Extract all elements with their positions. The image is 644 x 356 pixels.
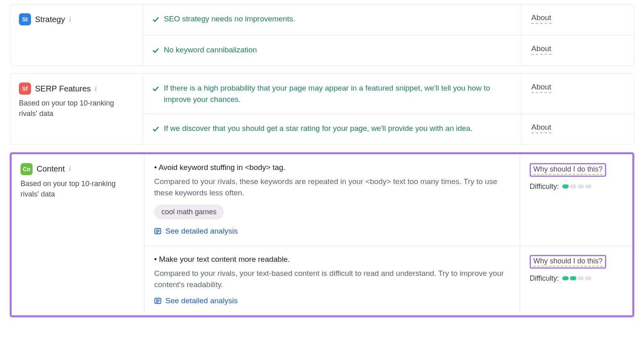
section-title-content: Content <box>37 164 65 174</box>
section-left-serp: Sf SERP Features i Based on your top 10-… <box>10 74 143 145</box>
analysis-icon <box>154 297 161 304</box>
section-title-serp: SERP Features <box>35 84 91 93</box>
section-serp: Sf SERP Features i Based on your top 10-… <box>10 73 634 145</box>
check-text: SEO strategy needs no improvements. <box>164 13 295 25</box>
info-icon[interactable]: i <box>69 15 71 24</box>
row-content-1: • Make your text content more readable. … <box>144 246 632 315</box>
section-title-strategy: Strategy <box>35 15 65 24</box>
check-text: If there is a high probability that your… <box>164 83 512 105</box>
bullet-title: • Avoid keyword stuffing in <body> tag. <box>154 163 510 172</box>
check-icon <box>153 15 159 26</box>
about-link[interactable]: About <box>531 123 551 133</box>
see-detailed-analysis-link[interactable]: See detailed analysis <box>154 227 238 236</box>
badge-content: Co <box>21 163 33 175</box>
section-subtitle-serp: Based on your top 10-ranking rivals' dat… <box>19 98 134 119</box>
difficulty-bar <box>562 276 592 280</box>
row-strategy-1: No keyword cannibalization About <box>143 35 634 66</box>
keyword-tag[interactable]: cool math games <box>154 205 224 219</box>
row-strategy-0: SEO strategy needs no improvements. Abou… <box>143 4 634 35</box>
check-text: No keyword cannibalization <box>164 44 257 56</box>
info-icon[interactable]: i <box>69 165 71 173</box>
about-link[interactable]: About <box>531 13 551 24</box>
badge-serp: Sf <box>19 83 31 95</box>
difficulty-label: Difficulty: <box>530 182 559 191</box>
row-desc: Compared to your rivals, your text-based… <box>154 268 510 291</box>
check-icon <box>153 46 159 57</box>
row-desc: Compared to your rivals, these keywords … <box>154 176 510 199</box>
check-text: If we discover that you should get a sta… <box>164 123 473 134</box>
badge-strategy: St <box>19 13 31 25</box>
bullet-title: • Make your text content more readable. <box>154 255 510 264</box>
why-should-i-do-this-link[interactable]: Why should I do this? <box>530 255 606 269</box>
check-icon <box>153 124 159 136</box>
why-should-i-do-this-link[interactable]: Why should I do this? <box>530 163 606 177</box>
check-icon <box>153 84 159 95</box>
difficulty-row: Difficulty: <box>530 274 623 283</box>
difficulty-bar <box>562 184 592 188</box>
about-link[interactable]: About <box>531 83 551 93</box>
section-left-strategy: St Strategy i <box>10 4 143 66</box>
see-detailed-analysis-link[interactable]: See detailed analysis <box>154 296 238 305</box>
section-left-content: Co Content i Based on your top 10-rankin… <box>12 154 144 315</box>
row-content-0: • Avoid keyword stuffing in <body> tag. … <box>144 154 632 246</box>
section-content: Co Content i Based on your top 10-rankin… <box>10 152 634 317</box>
row-serp-1: If we discover that you should get a sta… <box>143 114 634 145</box>
section-strategy: St Strategy i SEO strategy needs no impr… <box>10 4 634 66</box>
section-subtitle-content: Based on your top 10-ranking rivals' dat… <box>21 178 135 199</box>
row-serp-0: If there is a high probability that your… <box>143 74 634 114</box>
info-icon[interactable]: i <box>95 85 97 93</box>
detail-link-text: See detailed analysis <box>165 296 238 305</box>
analysis-icon <box>154 228 161 235</box>
about-link[interactable]: About <box>531 44 551 55</box>
detail-link-text: See detailed analysis <box>165 227 238 236</box>
difficulty-row: Difficulty: <box>530 182 623 191</box>
difficulty-label: Difficulty: <box>530 274 559 283</box>
